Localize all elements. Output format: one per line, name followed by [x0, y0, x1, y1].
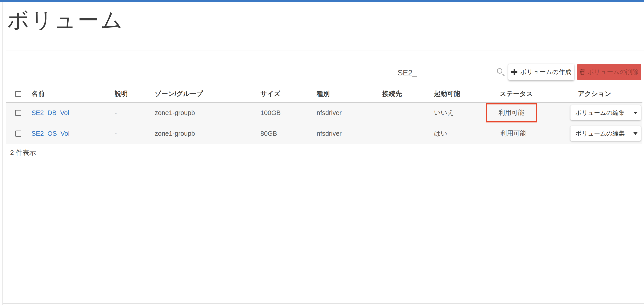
edit-volume-button[interactable]: ボリュームの編集 — [570, 105, 641, 120]
table-row: SE2_OS_Vol - zone1-groupb 80GB nfsdriver… — [6, 123, 642, 144]
volume-status: 利用可能 — [500, 129, 565, 138]
select-all-checkbox[interactable] — [15, 91, 21, 97]
column-header-name: 名前 — [32, 89, 115, 98]
edit-volume-button-label: ボリュームの編集 — [570, 126, 630, 141]
column-header-size: サイズ — [260, 89, 316, 98]
search-field[interactable] — [396, 65, 506, 80]
edit-volume-button-label: ボリュームの編集 — [570, 105, 630, 120]
caret-down-icon — [634, 132, 638, 135]
create-volume-button-label: ボリュームの作成 — [520, 68, 571, 76]
delete-volume-button-label: ボリュームの削除 — [588, 68, 638, 76]
volumes-table: 名前 説明 ゾーン/グループ サイズ 種別 接続先 起動可能 ステータス アクシ… — [6, 86, 642, 144]
search-input[interactable] — [397, 67, 489, 78]
volume-description: - — [115, 130, 155, 137]
volume-type: nfsdriver — [316, 130, 382, 137]
edit-volume-button[interactable]: ボリュームの編集 — [570, 126, 641, 141]
search-icon[interactable] — [497, 68, 502, 74]
bottom-panel-divider — [2, 303, 644, 304]
column-header-description: 説明 — [115, 89, 155, 98]
column-header-status: ステータス — [500, 89, 565, 98]
delete-volume-button[interactable]: ボリュームの削除 — [577, 64, 641, 80]
volume-status: 利用可能 — [498, 108, 524, 117]
status-highlight-box: 利用可能 — [486, 103, 537, 122]
trash-icon — [580, 69, 585, 75]
volume-name-link[interactable]: SE2_OS_Vol — [32, 130, 70, 137]
actions-dropdown-toggle[interactable] — [630, 126, 641, 141]
create-volume-button[interactable]: ボリュームの作成 — [508, 64, 574, 80]
page-title: ボリューム — [7, 6, 124, 35]
table-summary: 2 件表示 — [10, 148, 36, 157]
caret-down-icon — [634, 112, 638, 114]
volume-description: - — [115, 109, 155, 117]
volume-zone: zone1-groupb — [155, 130, 260, 137]
row-checkbox[interactable] — [15, 110, 21, 116]
table-header-row: 名前 説明 ゾーン/グループ サイズ 種別 接続先 起動可能 ステータス アクシ… — [6, 86, 642, 103]
volume-size: 100GB — [260, 109, 316, 117]
column-header-actions: アクション — [565, 89, 642, 98]
volume-bootable: はい — [434, 129, 500, 138]
actions-dropdown-toggle[interactable] — [630, 105, 641, 120]
title-divider — [6, 50, 644, 51]
volume-size: 80GB — [260, 130, 316, 137]
top-accent-bar — [0, 0, 644, 2]
column-header-type: 種別 — [316, 89, 382, 98]
volume-zone: zone1-groupb — [155, 109, 260, 117]
column-header-attached-to: 接続先 — [382, 89, 434, 98]
table-row: SE2_DB_Vol - zone1-groupb 100GB nfsdrive… — [6, 103, 642, 123]
volume-type: nfsdriver — [316, 109, 382, 117]
row-checkbox[interactable] — [15, 131, 21, 137]
column-header-zone: ゾーン/グループ — [155, 89, 260, 98]
plus-icon — [511, 69, 518, 75]
left-panel-divider — [2, 2, 3, 305]
volume-name-link[interactable]: SE2_DB_Vol — [32, 109, 69, 116]
column-header-bootable: 起動可能 — [434, 89, 500, 98]
